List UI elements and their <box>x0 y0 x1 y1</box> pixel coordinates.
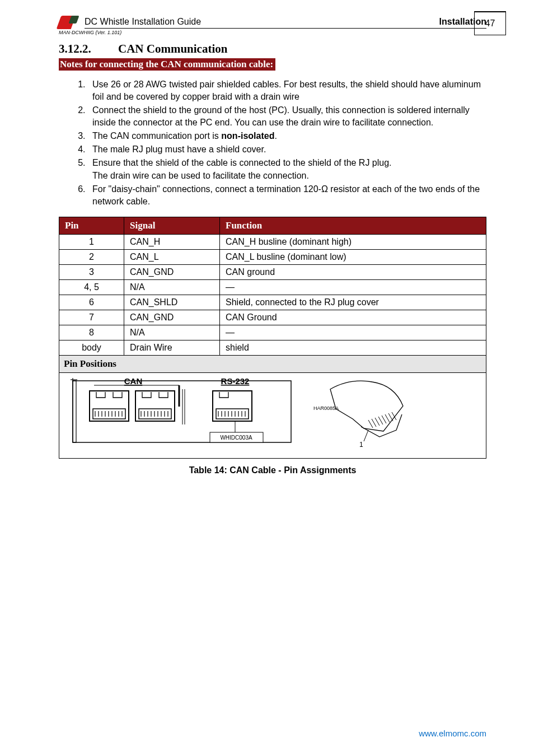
table-caption: Table 14: CAN Cable - Pin Assignments <box>59 465 486 475</box>
version-line: MAN-DCWHIIG (Ver. 1.101) <box>59 30 486 35</box>
diagram-row: CAN <box>59 372 486 458</box>
table-row: 6 CAN_SHLD Shield, connected to the RJ p… <box>59 295 486 310</box>
list-text: Ensure that the shield of the cable is c… <box>92 158 392 167</box>
list-bold: non-isolated <box>221 131 274 141</box>
diagram-ref-left: WHIDC003A <box>220 435 252 441</box>
cell-function: CAN_L busline (dominant low) <box>220 249 486 264</box>
list-text: The CAN communication port is <box>92 131 221 141</box>
rj-jack-rs232 <box>213 391 252 421</box>
table-row: 8 N/A — <box>59 325 486 340</box>
list-subtext: The drain wire can be used to facilitate… <box>92 170 486 182</box>
page-number-value: 47 <box>485 18 495 29</box>
pin-positions-row: Pin Positions <box>59 355 486 372</box>
svg-rect-6 <box>93 409 125 419</box>
connector-diagram: CAN <box>62 375 476 454</box>
section-title: CAN Communication <box>118 42 227 56</box>
cell-pin: 2 <box>59 249 124 264</box>
diagram-ref-right: HAR0085A <box>313 405 339 411</box>
cell-function: — <box>220 279 486 295</box>
col-function: Function <box>220 217 486 234</box>
table-row: body Drain Wire shield <box>59 340 486 355</box>
cell-pin: 1 <box>59 234 124 249</box>
cell-pin: 3 <box>59 264 124 279</box>
list-item: Ensure that the shield of the cable is c… <box>88 157 486 181</box>
pin-table: Pin Signal Function 1 CAN_H CAN_H buslin… <box>59 217 486 459</box>
svg-rect-1 <box>73 381 76 442</box>
diagram-cell: CAN <box>59 372 486 458</box>
table-row: 7 CAN_GND CAN Ground <box>59 310 486 325</box>
list-item: The CAN communication port is non-isolat… <box>88 130 486 142</box>
table-row: 4, 5 N/A — <box>59 279 486 295</box>
cell-pin: 8 <box>59 325 124 340</box>
list-item: For "daisy-chain" connections, connect a… <box>88 183 486 208</box>
col-signal: Signal <box>124 217 220 234</box>
table-row: 3 CAN_GND CAN ground <box>59 264 486 279</box>
cell-signal: CAN_SHLD <box>124 295 220 310</box>
procedure-list: Use 26 or 28 AWG twisted pair shielded c… <box>59 78 486 208</box>
svg-rect-17 <box>139 409 171 419</box>
rj-jack-left-2 <box>135 391 175 421</box>
list-item: Connect the shield to the ground of the … <box>88 104 486 129</box>
cell-function: CAN ground <box>220 264 486 279</box>
cell-function: shield <box>220 340 486 355</box>
cell-pin: 6 <box>59 295 124 310</box>
cell-pin: body <box>59 340 124 355</box>
header-title-line: DC Whistle Installation Guide Installati… <box>85 17 486 29</box>
svg-line-50 <box>364 430 368 441</box>
cell-function: Shield, connected to the RJ plug cover <box>220 295 486 310</box>
table-row: 2 CAN_L CAN_L busline (dominant low) <box>59 249 486 264</box>
pin-positions-label: Pin Positions <box>59 355 486 372</box>
cell-signal: CAN_GND <box>124 310 220 325</box>
cell-pin: 7 <box>59 310 124 325</box>
list-text: . <box>274 131 277 141</box>
cell-signal: N/A <box>124 279 220 295</box>
rj-jack-left-1 <box>90 391 129 421</box>
cell-signal: CAN_GND <box>124 264 220 279</box>
document-header: DC Whistle Installation Guide Installati… <box>59 16 486 29</box>
cell-function: — <box>220 325 486 340</box>
cell-signal: Drain Wire <box>124 340 220 355</box>
cell-signal: N/A <box>124 325 220 340</box>
list-item: The male RJ plug must have a shield cove… <box>88 143 486 156</box>
cell-signal: CAN_H <box>124 234 220 249</box>
cell-pin: 4, 5 <box>59 279 124 295</box>
rj-plug-illustration: 1 <box>330 381 403 449</box>
section-heading: 3.12.2. CAN Communication <box>59 42 486 56</box>
footer-url[interactable]: www.elmomc.com <box>419 729 486 738</box>
doc-title: DC Whistle Installation Guide <box>85 17 201 27</box>
brand-logo <box>59 16 78 29</box>
list-item: Use 26 or 28 AWG twisted pair shielded c… <box>88 78 486 103</box>
col-pin: Pin <box>59 217 124 234</box>
cell-function: CAN Ground <box>220 310 486 325</box>
notes-bar: Notes for connecting the CAN communicati… <box>59 58 275 71</box>
can-label: CAN <box>124 376 143 386</box>
table-header-row: Pin Signal Function <box>59 217 486 234</box>
rs232-label: RS-232 <box>221 376 250 386</box>
svg-rect-30 <box>216 409 249 419</box>
section-number: 3.12.2. <box>59 42 102 56</box>
page-number: 47 <box>474 11 506 35</box>
pin1-label: 1 <box>359 441 363 449</box>
cell-function: CAN_H busline (dominant high) <box>220 234 486 249</box>
table-row: 1 CAN_H CAN_H busline (dominant high) <box>59 234 486 249</box>
cell-signal: CAN_L <box>124 249 220 264</box>
